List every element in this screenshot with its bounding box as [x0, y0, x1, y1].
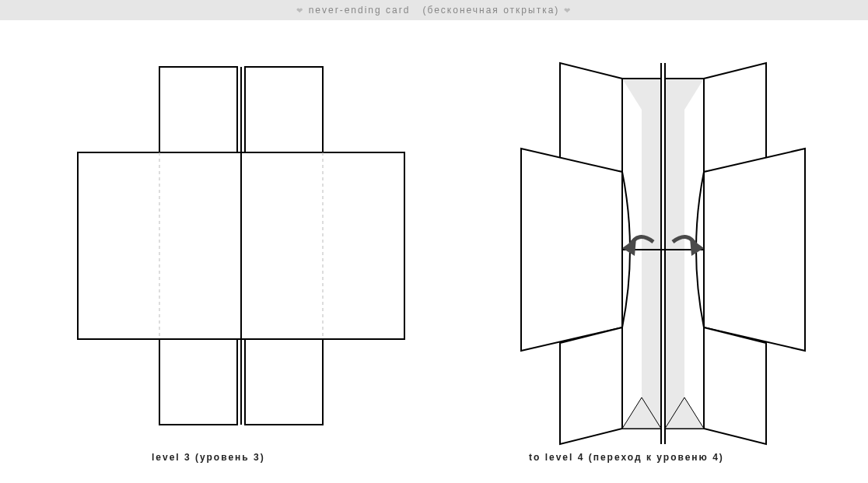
- header-title-en: never-ending card: [309, 5, 411, 16]
- svg-marker-8: [622, 79, 661, 429]
- page-header: ❤ never-ending card (бесконечная открытк…: [0, 0, 868, 20]
- caption-left: level 3 (уровень 3): [152, 452, 265, 463]
- heart-icon-left: ❤: [296, 6, 304, 15]
- svg-marker-16: [560, 327, 622, 444]
- header-title-ru: (бесконечная открытка): [422, 5, 559, 16]
- svg-marker-14: [521, 149, 622, 351]
- caption-right: to level 4 (переход к уровеню 4): [529, 452, 724, 463]
- svg-marker-13: [704, 63, 766, 172]
- diagram-stage: level 3 (уровень 3) to level 4 (переход …: [0, 20, 868, 479]
- svg-marker-15: [704, 149, 805, 351]
- svg-marker-9: [665, 79, 704, 429]
- svg-marker-12: [560, 63, 622, 172]
- svg-marker-17: [704, 327, 766, 444]
- heart-icon-right: ❤: [564, 6, 572, 15]
- diagram-to-level-4: [0, 20, 868, 479]
